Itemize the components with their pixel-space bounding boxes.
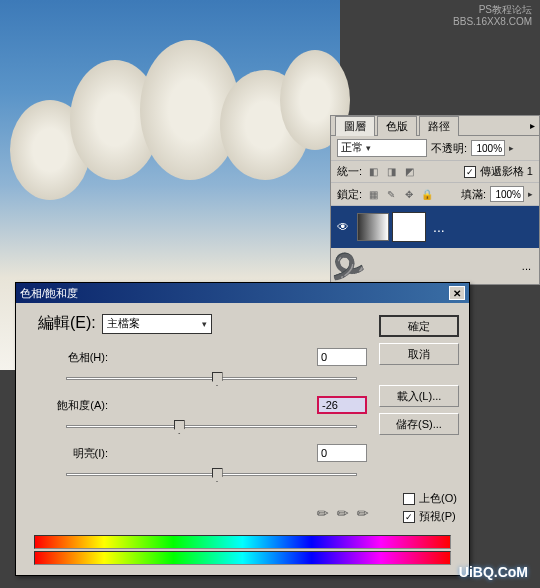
unify-style-icon[interactable]: ◩ <box>402 165 416 179</box>
dialog-title: 色相/飽和度 <box>20 286 78 301</box>
eyedropper-icon[interactable]: ✎ <box>313 503 333 523</box>
opacity-label: 不透明: <box>431 141 467 156</box>
dialog-titlebar[interactable]: 色相/飽和度 ✕ <box>16 283 469 303</box>
close-button[interactable]: ✕ <box>449 286 465 300</box>
eyedropper-tools: ✎ ✎ ✎ <box>317 505 369 521</box>
layer-item-adjustment[interactable]: 👁 ... <box>331 206 539 248</box>
eyedropper-subtract-icon[interactable]: ✎ <box>353 503 373 523</box>
save-button[interactable]: 儲存(S)... <box>379 413 459 435</box>
fill-label: 填滿: <box>461 187 486 202</box>
tab-channels[interactable]: 色版 <box>377 116 417 136</box>
hue-spectrum-top <box>34 535 451 549</box>
propagate-label: 傳遞影格 1 <box>480 164 533 179</box>
fill-input[interactable] <box>490 186 524 202</box>
hue-spectrum-bottom <box>34 551 451 565</box>
layer-name: ... <box>429 219 449 235</box>
unify-label: 統一: <box>337 164 362 179</box>
opacity-flyout-icon[interactable]: ▸ <box>509 143 514 153</box>
tab-layers[interactable]: 圖層 <box>335 116 375 136</box>
tab-paths[interactable]: 路徑 <box>419 116 459 136</box>
edit-label: 編輯(E): <box>38 313 96 334</box>
lock-label: 鎖定: <box>337 187 362 202</box>
preview-checkbox[interactable]: ✓ <box>403 511 415 523</box>
saturation-label: 飽和度(A): <box>56 398 156 413</box>
opacity-input[interactable] <box>471 140 505 156</box>
colorize-checkbox[interactable] <box>403 493 415 505</box>
lock-pixels-icon[interactable]: ✎ <box>384 187 398 201</box>
colorize-label: 上色(O) <box>419 491 457 506</box>
lightness-input[interactable] <box>317 444 367 462</box>
lightness-label: 明亮(I): <box>56 446 156 461</box>
hue-label: 色相(H): <box>56 350 156 365</box>
edit-select[interactable]: 主檔案▾ <box>102 314 212 334</box>
saturation-slider[interactable] <box>66 418 357 436</box>
fill-flyout-icon[interactable]: ▸ <box>528 189 533 199</box>
visibility-eye-icon[interactable]: 👁 <box>337 220 349 234</box>
lock-position-icon[interactable]: ✥ <box>402 187 416 201</box>
propagate-checkbox[interactable]: ✓ <box>464 166 476 178</box>
blend-mode-select[interactable]: 正常 ▾ <box>337 139 427 157</box>
blend-opacity-row: 正常 ▾ 不透明: ▸ <box>331 136 539 161</box>
watermark-top: PS教程论坛 BBS.16XX8.COM <box>453 4 532 28</box>
panel-tabs: 圖層 色版 路徑 ▸ <box>331 116 539 136</box>
ok-button[interactable]: 確定 <box>379 315 459 337</box>
eyedropper-add-icon[interactable]: ✎ <box>333 503 353 523</box>
cancel-button[interactable]: 取消 <box>379 343 459 365</box>
lock-fill-row: 鎖定: ▦ ✎ ✥ 🔒 填滿: ▸ <box>331 183 539 206</box>
unify-position-icon[interactable]: ◧ <box>366 165 380 179</box>
lightness-slider[interactable] <box>66 466 357 484</box>
load-button[interactable]: 載入(L)... <box>379 385 459 407</box>
watermark-bottom: UiBQ.CoM <box>459 564 528 580</box>
preview-label: 預視(P) <box>419 509 456 524</box>
lock-transparent-icon[interactable]: ▦ <box>366 187 380 201</box>
lock-all-icon[interactable]: 🔒 <box>420 187 434 201</box>
hue-input[interactable] <box>317 348 367 366</box>
layer-mask-thumbnail[interactable] <box>393 213 425 241</box>
unify-row: 統一: ◧ ◨ ◩ ✓ 傳遞影格 1 <box>331 161 539 183</box>
panel-menu-icon[interactable]: ▸ <box>530 120 535 131</box>
hue-saturation-dialog: 色相/飽和度 ✕ 編輯(E): 主檔案▾ 色相(H): <box>15 282 470 576</box>
layer-thumbnail[interactable] <box>357 213 389 241</box>
saturation-input[interactable] <box>317 396 367 414</box>
palm-trees-image <box>0 40 340 260</box>
unify-visibility-icon[interactable]: ◨ <box>384 165 398 179</box>
hue-slider[interactable] <box>66 370 357 388</box>
layer-sub-dots: ... <box>522 260 531 272</box>
